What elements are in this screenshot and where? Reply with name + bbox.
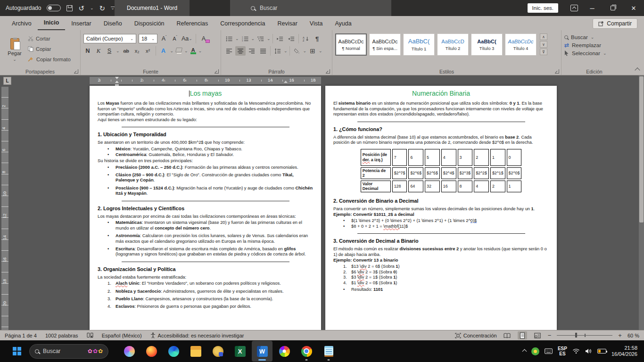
- table-cell[interactable]: 8: [458, 181, 473, 192]
- table-cell[interactable]: 0: [507, 149, 522, 166]
- taskbar-word-icon[interactable]: W: [252, 341, 272, 362]
- web-layout-view-button[interactable]: [533, 331, 542, 339]
- doc-numbered-list[interactable]: 1.$13 \div 2 = 6$ (Sobra 1)2.$6 \div 2 =…: [333, 264, 549, 286]
- paragraph-dialog-launcher[interactable]: [326, 69, 330, 74]
- start-button[interactable]: [7, 341, 27, 362]
- hanging-indent-marker[interactable]: [115, 81, 119, 83]
- doc-divider[interactable]: [357, 233, 525, 234]
- style-titulo-3[interactable]: AaBbC(Título 3: [471, 33, 503, 56]
- styles-scroll-down[interactable]: ∨: [540, 41, 547, 48]
- tab-archivo[interactable]: Archivo: [6, 17, 38, 30]
- first-line-indent-marker[interactable]: [115, 77, 119, 79]
- format-painter-button[interactable]: Copiar formato: [26, 54, 72, 65]
- right-indent-marker[interactable]: [284, 81, 288, 83]
- taskbar-firefox-icon[interactable]: [141, 341, 162, 362]
- font-size-combo[interactable]: 18⌄: [139, 34, 157, 43]
- font-color-button[interactable]: A: [190, 48, 196, 54]
- clipboard-dialog-launcher[interactable]: [74, 69, 78, 74]
- table-cell[interactable]: 16: [441, 181, 456, 192]
- table-cell[interactable]: $2^2$: [474, 167, 489, 179]
- doc-numbered-list[interactable]: 1.Alach Uinic: El "Hombre Verdadero", un…: [98, 281, 313, 309]
- language-indicator[interactable]: Español (México): [102, 333, 142, 338]
- style-titulo-1[interactable]: AaBbC(Título 1: [403, 33, 435, 56]
- grow-font-button[interactable]: Aˆ: [160, 34, 168, 43]
- doc-list-item[interactable]: •Resultado: 1101: [333, 287, 549, 293]
- autosave-toggle[interactable]: [47, 5, 61, 11]
- table-cell[interactable]: $2^1$: [490, 167, 505, 179]
- battery-icon[interactable]: [597, 349, 606, 354]
- doc-list-item[interactable]: 4.$1 \div 2 = 0$ (Sobra 1): [333, 280, 549, 286]
- table-cell[interactable]: 5: [425, 149, 440, 166]
- doc-paragraph[interactable]: La sociedad estaba fuertemente estratifi…: [98, 275, 313, 280]
- document-page-1[interactable]: Los mayasLos Mayas fueron una de las civ…: [90, 86, 321, 330]
- select-button[interactable]: Seleccionar⌄: [564, 50, 607, 56]
- read-mode-view-button[interactable]: [503, 331, 512, 339]
- undo-dropdown-icon[interactable]: ⌄: [90, 6, 94, 10]
- tab-inicio[interactable]: Inicio: [38, 16, 66, 30]
- superscript-button[interactable]: x²: [144, 46, 152, 56]
- table-cell[interactable]: 4: [441, 149, 456, 166]
- decrease-indent-button[interactable]: [275, 34, 285, 43]
- doc-paragraph[interactable]: El método más común es realizar division…: [333, 247, 549, 257]
- numbered-list-button[interactable]: 123: [240, 34, 250, 43]
- taskbar-photos-icon[interactable]: [274, 341, 295, 362]
- taskbar-gold-emblem-icon[interactable]: [207, 341, 228, 362]
- tab-ayuda[interactable]: Ayuda: [329, 17, 357, 30]
- table-cell[interactable]: 4: [474, 181, 489, 192]
- tab-correspondencia[interactable]: Correspondencia: [214, 17, 271, 30]
- share-button[interactable]: Compartir: [593, 18, 637, 29]
- close-button[interactable]: ✕: [623, 0, 644, 16]
- save-icon[interactable]: [66, 5, 73, 11]
- doc-paragraph[interactable]: Los mayas destacaron por encima de casi …: [98, 214, 313, 220]
- scrollbar-thumb[interactable]: [639, 76, 644, 222]
- tab-disposicion[interactable]: Disposición: [128, 17, 171, 30]
- doc-paragraph[interactable]: Su historia se divide en tres periodos p…: [98, 158, 313, 164]
- doc-list-item[interactable]: 4.Esclavos: Prisioneros de guerra o pers…: [98, 304, 313, 310]
- customize-qat-icon[interactable]: ⌄: [111, 7, 115, 9]
- tab-revisar[interactable]: Revisar: [271, 17, 303, 30]
- volume-icon[interactable]: [585, 348, 592, 354]
- zoom-level[interactable]: 60 %: [627, 333, 639, 338]
- doc-bullet-list[interactable]: •Resultado: 1101: [333, 287, 549, 293]
- taskbar-search-box[interactable]: Buscar ✿✿✿: [29, 344, 108, 359]
- doc-list-item[interactable]: •Matemáticas: Inventaron un sistema vige…: [98, 220, 313, 231]
- table-cell[interactable]: 1: [490, 149, 505, 166]
- style-titulo-2[interactable]: AaBbCcDTítulo 2: [437, 33, 469, 56]
- page-indicator[interactable]: Página 1 de 4: [5, 333, 37, 338]
- doc-list-item[interactable]: •Centroamérica: Guatemala, Belice, Hondu…: [98, 152, 313, 158]
- document-page-2[interactable]: Numeración BinariaEl sistema binario es …: [325, 86, 557, 330]
- zoom-out-button[interactable]: −: [548, 332, 552, 339]
- clock[interactable]: 21:5816/04/2026: [611, 345, 637, 358]
- doc-paragraph[interactable]: Ejemplo: Convertir $1011_2$ a decimal: [333, 212, 549, 218]
- doc-list-item[interactable]: 1.$13 \div 2 = 6$ (Sobra 1): [333, 264, 549, 270]
- doc-bullet-list[interactable]: •México: Yucatán, Campeche, Quintana Roo…: [98, 147, 313, 157]
- tab-referencias[interactable]: Referencias: [171, 17, 215, 30]
- wifi-icon[interactable]: [572, 348, 580, 354]
- taskbar-notepad-icon[interactable]: [318, 341, 339, 362]
- ribbon-display-options-icon[interactable]: [570, 5, 578, 11]
- doc-list-item[interactable]: 2.$6 \div 2 = 3$ (Sobra 0): [333, 270, 549, 275]
- taskbar-file-explorer-icon[interactable]: [185, 341, 206, 362]
- taskbar-edge-icon[interactable]: [163, 341, 184, 362]
- styles-dialog-launcher[interactable]: [555, 69, 559, 74]
- tab-vista[interactable]: Vista: [304, 17, 329, 30]
- paste-button[interactable]: Pegar ⌄: [3, 33, 26, 67]
- styles-scroll-up[interactable]: ∧: [540, 33, 547, 40]
- doc-heading[interactable]: 2. Conversión de Binario a Decimal: [333, 198, 549, 204]
- text-effects-button[interactable]: A: [159, 46, 168, 56]
- doc-heading[interactable]: 1. ¿Cómo funciona?: [333, 126, 549, 132]
- align-left-button[interactable]: [224, 46, 234, 56]
- copy-button[interactable]: Copiar: [26, 44, 72, 54]
- style-sin-espaciado[interactable]: AaBbCcDc¶ Sin espa...: [369, 33, 401, 56]
- redo-button[interactable]: ↻: [99, 5, 106, 12]
- doc-divider[interactable]: [122, 262, 289, 262]
- doc-list-item[interactable]: •Posclásico (900 – 1524 d.C.): Migración…: [98, 186, 313, 197]
- doc-table[interactable]: Posición (de der. a izq.)76543210Potenci…: [359, 148, 523, 194]
- zoom-in-button[interactable]: +: [618, 332, 622, 339]
- doc-heading[interactable]: 1. Ubicación y Temporalidad: [98, 132, 313, 137]
- table-cell[interactable]: 128: [392, 181, 407, 192]
- table-cell[interactable]: 7: [392, 149, 407, 166]
- style-titulo-4[interactable]: AaBbCcDcTítulo 4: [505, 33, 537, 56]
- tray-app-icon[interactable]: [531, 347, 539, 355]
- italic-button[interactable]: K: [94, 46, 103, 56]
